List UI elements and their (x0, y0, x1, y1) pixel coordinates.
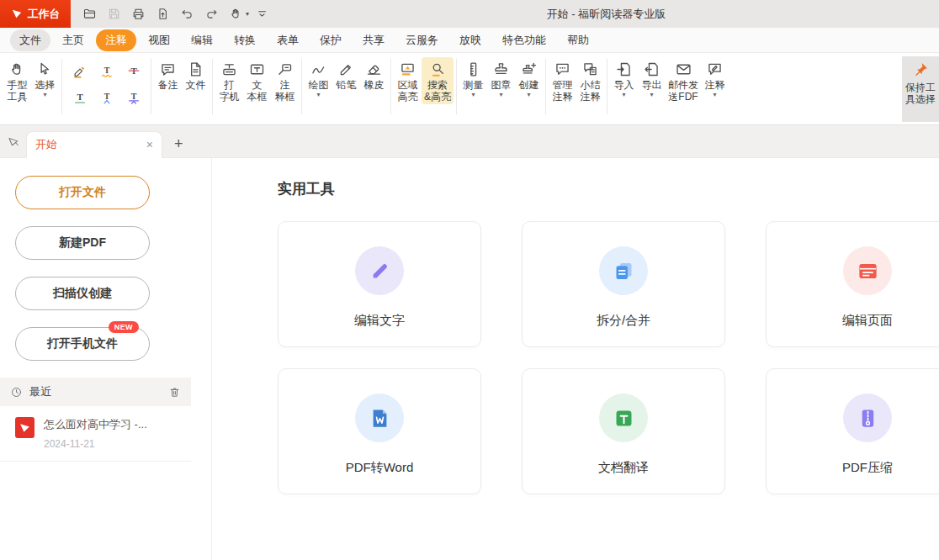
ribbon-search-highlight-button[interactable]: 搜索&高亮 (422, 57, 454, 104)
dropdown-caret-icon: ▾ (316, 91, 320, 98)
ribbon-divider (545, 59, 546, 114)
scanner-create-button[interactable]: 扫描仪创建 (15, 277, 150, 310)
file-attachment-icon (187, 59, 204, 79)
ribbon-measure-button[interactable]: 测量 ▾ (459, 57, 487, 100)
ribbon-create-button[interactable]: 创建 ▾ (515, 57, 543, 100)
workspace-button[interactable]: 工作台 (0, 0, 71, 28)
open-mobile-files-button[interactable]: 打开手机文件 NEW (15, 327, 150, 361)
menu-share[interactable]: 共享 (353, 29, 394, 51)
menu-form[interactable]: 表单 (268, 29, 308, 51)
tool-card-split-merge[interactable]: 拆分/合并 (522, 221, 725, 347)
ribbon-tab-bar: 文件 主页 注释 视图 编辑 转换 表单 保护 共享 云服务 放映 特色功能 帮… (0, 28, 939, 53)
summarize-comments-icon (581, 59, 599, 79)
pdf-file-icon (15, 417, 34, 438)
menu-comments[interactable]: 注释 (96, 29, 136, 51)
tab-start[interactable]: 开始 × (26, 131, 162, 158)
tool-card-compress[interactable]: PDF压缩 (766, 368, 939, 494)
menu-featured[interactable]: 特色功能 (493, 29, 555, 51)
ribbon-area-highlight-button[interactable]: 区域高亮 (394, 57, 422, 104)
clock-icon (10, 386, 23, 399)
undo-icon[interactable] (175, 3, 199, 24)
tool-card-edit-text[interactable]: 编辑文字 (278, 221, 481, 347)
ribbon-group-select: 手型工具 选择 ▾ (3, 57, 59, 104)
recent-file-item[interactable]: 怎么面对高中学习 -... 2024-11-21 (0, 406, 191, 462)
area-highlight-icon (399, 59, 416, 79)
ribbon-pencil-button[interactable]: 铅笔 (332, 57, 360, 92)
menu-file[interactable]: 文件 (10, 29, 50, 51)
ribbon-manage-comments-button[interactable]: 管理注释 (549, 57, 576, 104)
menu-cloud[interactable]: 云服务 (396, 29, 448, 51)
ribbon-export-button[interactable]: 导出 ▾ (638, 57, 666, 100)
highlight-text-icon[interactable] (68, 61, 91, 82)
import-comments-icon (615, 59, 633, 79)
translate-icon (599, 394, 648, 442)
ribbon-callout-button[interactable]: 注释框 (271, 57, 299, 104)
menu-view[interactable]: 视图 (139, 29, 179, 51)
new-tab-button[interactable]: + (174, 136, 183, 151)
print-icon[interactable] (126, 3, 150, 24)
menu-edit[interactable]: 编辑 (182, 29, 222, 51)
strikeout-icon[interactable]: T (122, 61, 145, 82)
edit-text-icon (355, 246, 404, 295)
insert-text-icon[interactable]: T (95, 87, 118, 109)
squiggly-underline-icon[interactable]: T (95, 61, 118, 82)
open-file-button[interactable]: 打开文件 (15, 176, 150, 209)
menu-protect[interactable]: 保护 (310, 29, 351, 51)
underline-icon[interactable]: T (68, 87, 91, 109)
tool-card-label: 编辑文字 (354, 313, 405, 329)
ribbon-divider (61, 59, 62, 114)
quick-access-menu-icon[interactable] (250, 3, 273, 24)
ribbon-email-fdf-button[interactable]: 邮件发送FDF (666, 57, 701, 104)
start-page-icon (7, 135, 24, 151)
ribbon-typewriter-button[interactable]: 打字机 (215, 57, 243, 104)
menu-help[interactable]: 帮助 (558, 29, 598, 51)
ribbon-group-drawing: 绘图 ▾ 铅笔 橡皮 (305, 57, 388, 100)
tool-card-edit-pages[interactable]: 编辑页面 (766, 221, 939, 347)
main-content: 实用工具 编辑文字 拆分/合并 (212, 158, 939, 560)
callout-icon (276, 59, 294, 79)
ribbon-stamp-button[interactable]: 图章 ▾ (487, 57, 515, 100)
window-title: 开始 - 福昕阅读器专业版 (273, 7, 939, 22)
tab-close-icon[interactable]: × (146, 139, 153, 151)
quick-access-toolbar: ▾ (77, 3, 273, 24)
ribbon-summarize-comments-button[interactable]: 小结注释 (576, 57, 604, 104)
ribbon-comments-button[interactable]: 注释 ▾ (701, 57, 729, 100)
new-badge: NEW (109, 321, 139, 333)
ribbon-hand-tool-button[interactable]: 手型工具 (3, 57, 31, 104)
ribbon-note-button[interactable]: 备注 (154, 57, 182, 92)
replace-text-icon[interactable]: T (122, 87, 145, 109)
open-folder-icon[interactable] (77, 3, 101, 24)
hand-icon[interactable] (224, 3, 247, 24)
ribbon-file-attachment-button[interactable]: 文件 (182, 57, 210, 92)
menu-convert[interactable]: 转换 (225, 29, 265, 51)
dropdown-caret-icon: ▾ (43, 91, 46, 98)
ribbon-group-notes: 备注 文件 (154, 57, 210, 92)
ribbon-eraser-button[interactable]: 橡皮 (360, 57, 388, 92)
edit-pages-icon (843, 246, 892, 295)
compress-icon (843, 394, 892, 442)
tool-card-pdf-to-word[interactable]: PDF转Word (278, 368, 481, 494)
ribbon-drawing-button[interactable]: 绘图 ▾ (305, 57, 332, 100)
hand-dropdown-caret-icon[interactable]: ▾ (246, 10, 249, 18)
menu-home[interactable]: 主页 (53, 29, 93, 51)
new-pdf-button[interactable]: 新建PDF (15, 226, 150, 260)
save-icon[interactable] (102, 3, 125, 24)
ribbon-import-button[interactable]: 导入 ▾ (610, 57, 638, 100)
tab-label: 开始 (35, 137, 140, 152)
tool-card-translate[interactable]: 文档翻译 (522, 368, 725, 494)
ribbon-group-import-export: 导入 ▾ 导出 ▾ 邮件发送FDF 注释 ▾ (610, 57, 729, 104)
menu-slideshow[interactable]: 放映 (450, 29, 491, 51)
svg-text:T: T (77, 92, 83, 102)
ribbon-select-button[interactable]: 选择 ▾ (31, 57, 59, 100)
trash-icon[interactable] (168, 386, 181, 399)
ribbon-group-manage: 管理注释 小结注释 (549, 57, 604, 104)
export-icon[interactable] (151, 3, 174, 24)
ribbon-textbox-button[interactable]: 文本框 (243, 57, 271, 104)
redo-icon[interactable] (199, 3, 223, 24)
tool-card-label: PDF转Word (346, 460, 414, 476)
ribbon-toolbar: 手型工具 选择 ▾ T T T (0, 53, 939, 125)
manage-comments-icon (554, 59, 571, 79)
keep-tool-selected-button[interactable]: 保持工具选择 (902, 56, 939, 122)
ribbon-divider (607, 59, 607, 114)
select-tool-icon (36, 59, 54, 79)
